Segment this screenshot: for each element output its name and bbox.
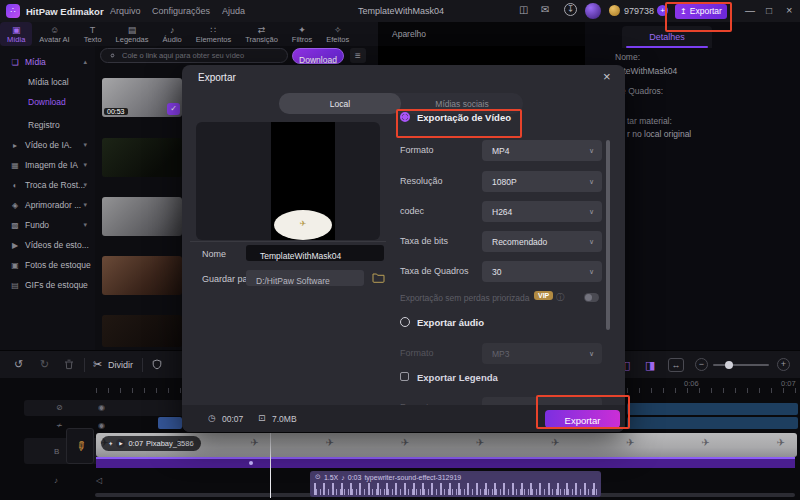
dialog-scrollbar[interactable] — [606, 140, 610, 330]
menu-arquivo[interactable]: Arquivo — [110, 6, 141, 16]
lossless-label: Exportação sem perdas priorizada — [400, 293, 529, 303]
eye-icon[interactable]: ◉ — [98, 403, 105, 412]
info-icon[interactable]: ⓘ — [556, 292, 565, 304]
tab-texto[interactable]: TTexto — [77, 22, 109, 46]
dialog-close-icon[interactable]: × — [603, 69, 611, 84]
menu-configuracoes[interactable]: Configurações — [152, 6, 210, 16]
sidebar-item-download[interactable]: Download — [0, 94, 95, 110]
framerate-label: Taxa de Quadros — [400, 266, 469, 276]
video-clip[interactable]: ✈ ✈ ✈ ✈ ✈ ✈ ✈ ✈ ✈ ✈ ✈ ✈ ✈ ✈ ✈ ✈ ✦ ▶ 0:07… — [96, 433, 797, 457]
media-clip-thumbnail[interactable]: 00:53 ✓ — [102, 78, 182, 117]
trash-icon[interactable] — [64, 359, 74, 370]
clip-progress-bar[interactable] — [96, 457, 795, 468]
framerate-select[interactable]: 30∨ — [482, 261, 602, 282]
tab-efeitos[interactable]: ✧Efeitos — [319, 22, 356, 46]
audio-clip[interactable]: ⊙ 1.5X ♪ 0:03 typewriter-sound-effect-31… — [310, 471, 601, 497]
chevron-down-icon: ∨ — [589, 350, 594, 358]
eye-icon[interactable]: ◉ — [98, 421, 105, 430]
zoom-out-icon[interactable]: − — [695, 358, 708, 371]
codec-label: codec — [400, 206, 424, 216]
speaker-icon[interactable]: ◁ — [96, 476, 102, 485]
download-button[interactable]: Download — [292, 48, 344, 64]
media-clip-thumbnail[interactable] — [102, 256, 182, 295]
browse-folder-icon[interactable] — [372, 272, 385, 283]
tab-local[interactable]: Local — [279, 93, 401, 114]
codec-select[interactable]: H264∨ — [482, 201, 602, 222]
media-clip-thumbnail[interactable] — [102, 197, 182, 236]
disk-icon: ⊡ — [258, 413, 266, 423]
enhancer-icon: ◈ — [10, 201, 20, 210]
scissors-icon[interactable]: ✂ — [93, 357, 102, 371]
bitrate-label: Taxa de bits — [400, 236, 448, 246]
sidebar-item-video-ia[interactable]: ▸Vídeo de IA.▾ — [0, 137, 95, 153]
bold-track-icon[interactable]: B — [54, 447, 59, 456]
subtitle-checkbox[interactable] — [400, 372, 409, 381]
bitrate-select[interactable]: Recomendado∨ — [482, 231, 602, 252]
undo-icon[interactable]: ↺ — [14, 357, 23, 371]
video-clip-label: ✦ ▶ 0:07 Pixabay_3586 — [101, 436, 201, 451]
export-filesize: 7.0MB — [272, 414, 297, 424]
preview-ellipse-image: ✈ — [274, 210, 332, 240]
panel-layout-icon[interactable]: ◫ — [519, 4, 528, 15]
media-clip-thumbnail[interactable] — [102, 315, 182, 347]
clip-duration-badge: 00:53 — [104, 108, 128, 115]
sidebar-item-aprimorador[interactable]: ◈Aprimorador ...▾ — [0, 197, 95, 213]
download-center-icon[interactable]: ↧ — [564, 3, 577, 16]
feedback-icon[interactable]: ✉ — [541, 4, 549, 15]
link-slash-icon[interactable]: ≁ — [56, 421, 63, 430]
elements-icon: ∷ — [211, 25, 217, 35]
sidebar-item-videos-estoque[interactable]: ▶Vídeos de esto... — [0, 237, 95, 253]
divide-label[interactable]: Dividir — [108, 360, 133, 370]
save-path-input[interactable]: D:/HitPaw Software — [246, 270, 364, 286]
resolution-select[interactable]: 1080P∨ — [482, 171, 602, 192]
menu-ajuda[interactable]: Ajuda — [222, 6, 245, 16]
playhead[interactable] — [270, 433, 271, 498]
sidebar-item-registro[interactable]: Registro — [0, 117, 95, 133]
track-clip-bar[interactable] — [627, 403, 798, 415]
sort-icon[interactable]: ≡ — [350, 48, 366, 63]
sidebar-item-imagem-ia[interactable]: ▦Imagem de IA▾ — [0, 157, 95, 173]
tab-legendas[interactable]: ▤Legendas — [109, 22, 156, 46]
close-button[interactable]: × — [786, 4, 792, 16]
document-title: TemplateWithMask04 — [358, 6, 444, 16]
track-clip-bar[interactable] — [627, 417, 798, 429]
keyframe-dot[interactable] — [249, 461, 253, 465]
sidebar-item-midia[interactable]: ❏Mídia▴ — [0, 54, 95, 70]
timeline-ruler[interactable] — [96, 388, 182, 393]
user-avatar[interactable] — [585, 3, 601, 19]
lossless-toggle[interactable] — [584, 293, 599, 302]
tab-elementos[interactable]: ∷Elementos — [189, 22, 238, 46]
clip-first-frame[interactable]: ✏ — [66, 428, 94, 464]
fit-timeline-icon[interactable]: ↔ — [668, 358, 684, 372]
format-select[interactable]: MP4∨ — [482, 140, 602, 161]
caret-down-icon: ▾ — [83, 161, 87, 169]
redo-icon[interactable]: ↻ — [40, 357, 49, 371]
sidebar-item-troca-rosto[interactable]: ◐Troca de Rost...▾ — [0, 177, 95, 193]
track-clip-bar[interactable] — [158, 417, 182, 429]
tab-audio[interactable]: ♪Áudio — [156, 22, 189, 46]
sidebar-item-fundo[interactable]: ▩Fundo▾ — [0, 217, 95, 233]
timeline-ruler[interactable] — [627, 388, 798, 393]
export-preview: ✈ — [196, 122, 380, 240]
audio-export-radio[interactable] — [400, 317, 410, 327]
sidebar-item-gifs-estoque[interactable]: ▤GIFs de estoque — [0, 277, 95, 293]
maximize-button[interactable]: □ — [766, 5, 772, 16]
media-clip-thumbnail[interactable] — [102, 138, 182, 177]
sidebar-item-midia-local[interactable]: Mídia local — [0, 74, 95, 90]
tab-filtros[interactable]: ✦Filtros — [285, 22, 319, 46]
tab-transicao[interactable]: ⇄Transição — [238, 22, 285, 46]
sidebar-item-fotos-estoque[interactable]: ▣Fotos de estoque — [0, 257, 95, 273]
mask-shield-icon[interactable] — [152, 359, 162, 370]
frame-track-tool-icon[interactable]: ◨ — [645, 358, 655, 372]
tab-avatar-ai[interactable]: ☺Avatar AI — [32, 22, 76, 46]
name-input[interactable]: TemplateWithMask04 — [246, 245, 384, 261]
zoom-in-icon[interactable]: + — [777, 358, 790, 371]
tab-midia[interactable]: ▣Mídia — [0, 22, 32, 46]
music-note-icon[interactable]: ♪ — [54, 476, 58, 485]
wand-slash-icon[interactable]: ⊘ — [56, 403, 63, 412]
timeline-zoom-slider[interactable] — [713, 364, 769, 366]
timeline-zoom-slider-knob[interactable] — [725, 361, 733, 369]
minimize-button[interactable]: — — [745, 5, 755, 16]
coin-icon — [609, 5, 620, 16]
url-input[interactable]: Cole o link aqui para obter seu vídeo — [100, 48, 288, 63]
